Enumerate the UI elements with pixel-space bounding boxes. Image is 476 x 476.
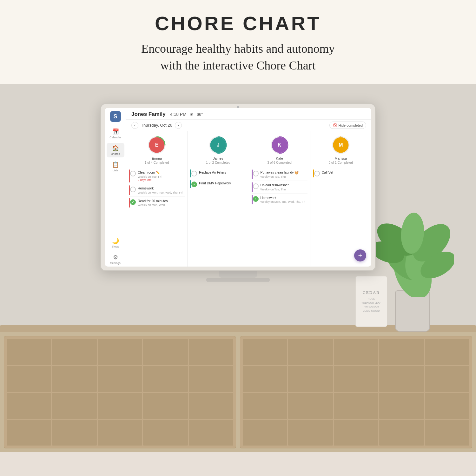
svg-point-14 <box>333 137 349 153</box>
task-name: Print DMV Paperwork <box>199 181 245 186</box>
sidebar-item-chores[interactable]: 🏠 Chores <box>107 143 124 157</box>
task-item: Homework Weekly on Mon, Tue, Wed, Thu, F… <box>129 184 185 197</box>
task-sub: Weekly on Tue, Thu <box>261 175 306 178</box>
task-name: Unload dishwasher <box>261 183 306 188</box>
calendar-icon: 📅 <box>112 128 119 135</box>
monitor-screen: S 📅 Calendar 🏠 Chores 📋 Lists <box>105 108 371 267</box>
dresser-doors <box>0 332 476 452</box>
task-item: Call Vet <box>313 168 369 179</box>
task-item: Unload dishwasher Weekly on Tue, Thu <box>252 181 307 194</box>
task-late: 2 days late <box>138 178 183 182</box>
person-progress-emma: 1 of 4 Completed <box>145 161 169 164</box>
prev-date-button[interactable]: ‹ <box>131 122 138 129</box>
person-progress-james: 1 of 2 Completed <box>206 161 230 164</box>
sidebar-label-settings: Settings <box>110 261 121 265</box>
task-sub: Weekly on Mon, Tue, Wed, Thu, Fri <box>138 191 183 194</box>
next-date-button[interactable]: › <box>175 122 182 129</box>
monitor-frame: S 📅 Calendar 🏠 Chores 📋 Lists <box>100 103 376 271</box>
sidebar-label-sleep: Sleep <box>112 245 119 248</box>
progress-ring-kate <box>270 136 289 155</box>
task-item: ✓ Homework Weekly on Mon, Tue, Wed, Thu,… <box>252 194 307 206</box>
task-bar <box>252 169 253 179</box>
task-info: Replace Air Filters <box>199 170 245 175</box>
task-list-emma: Clean room ✏️ Weekly on Tue, Fri 2 days … <box>126 167 187 267</box>
sleep-icon: 🌙 <box>112 237 119 244</box>
promo-banner: CHORE CHART Encourage healthy habits and… <box>0 0 476 84</box>
task-name: Put away clean laundy 🧺 <box>261 170 306 175</box>
task-bar <box>129 198 130 208</box>
person-progress-kate: 3 of 6 Completed <box>268 161 292 164</box>
task-name: Replace Air Filters <box>199 170 245 175</box>
progress-ring-marissa <box>331 136 350 155</box>
cards-area: E Emma 1 of 4 Completed Clean room ✏️ <box>126 131 371 267</box>
task-checkbox[interactable] <box>130 171 136 176</box>
task-name: Clean room ✏️ <box>138 170 183 175</box>
add-chore-fab[interactable]: + <box>354 249 366 261</box>
sidebar-item-sleep[interactable]: 🌙 Sleep <box>107 235 124 250</box>
promo-title: CHORE CHART <box>25 12 451 35</box>
person-name-james: James <box>213 156 223 160</box>
task-bar <box>252 195 253 205</box>
task-info: Call Vet <box>322 170 367 175</box>
task-checkbox[interactable] <box>191 171 197 176</box>
sidebar-item-lists[interactable]: 📋 Lists <box>107 159 124 174</box>
eye-slash-icon: 🚫 <box>333 123 337 127</box>
task-sub: Weekly on Mon, Wed, <box>138 203 183 207</box>
dresser-door-right <box>240 336 472 448</box>
weather-icon: ☀ <box>190 112 194 117</box>
temperature: 66° <box>197 112 203 117</box>
task-bar <box>129 169 130 182</box>
task-checkbox[interactable] <box>253 171 259 176</box>
date-nav: ‹ Thursday, Oct 26 › 🚫 Hide completed <box>126 120 371 131</box>
sidebar-logo: S <box>110 111 121 122</box>
task-checkbox[interactable]: ✓ <box>191 182 197 187</box>
header-time: 4:18 PM <box>170 112 187 117</box>
chores-icon: 🏠 <box>112 145 119 152</box>
task-item: Replace Air Filters <box>190 168 246 179</box>
person-header-kate: K Kate 3 of 6 Completed <box>249 131 310 167</box>
task-item: Clean room ✏️ Weekly on Tue, Fri 2 days … <box>129 168 185 184</box>
task-item: ✓ Print DMV Paperwork <box>190 179 246 189</box>
task-info: Read for 20 minutes Weekly on Mon, Wed, <box>138 199 183 207</box>
sidebar-item-settings[interactable]: ⚙ Settings <box>107 252 124 267</box>
dresser-door-left <box>4 336 236 448</box>
sidebar-item-calendar[interactable]: 📅 Calendar <box>107 126 124 141</box>
task-bar <box>190 180 191 188</box>
person-card-emma: E Emma 1 of 4 Completed Clean room ✏️ <box>126 131 188 267</box>
person-header-emma: E Emma 1 of 4 Completed <box>126 131 187 167</box>
family-name: Jones Family <box>131 111 166 117</box>
task-checkbox[interactable]: ✓ <box>253 196 259 202</box>
person-progress-marissa: 0 of 1 Completed <box>329 161 353 164</box>
task-bar <box>252 182 253 192</box>
current-date: Thursday, Oct 26 <box>141 123 172 128</box>
app-main: Jones Family 4:18 PM ☀ 66° ‹ Thursday, O… <box>126 108 371 267</box>
sidebar-label-calendar: Calendar <box>109 136 121 139</box>
progress-ring-james <box>208 136 228 155</box>
sidebar-label-chores: Chores <box>111 152 120 155</box>
task-checkbox[interactable] <box>130 187 136 192</box>
progress-ring-emma <box>147 136 166 155</box>
scene: Cedar ROSETOBACCO LEAFFIR BALSAMCEDARWOO… <box>0 84 476 452</box>
task-checkbox[interactable] <box>253 183 259 189</box>
task-checkbox[interactable]: ✓ <box>130 199 136 205</box>
task-info: Unload dishwasher Weekly on Tue, Thu <box>261 183 306 191</box>
settings-icon: ⚙ <box>113 254 118 261</box>
task-checkbox[interactable] <box>314 171 320 176</box>
task-sub: Weekly on Mon, Tue, Wed, Thu, Fri <box>261 200 306 203</box>
task-sub: Weekly on Tue, Thu <box>261 188 306 191</box>
sidebar-label-lists: Lists <box>112 169 118 172</box>
monitor-base <box>206 278 270 282</box>
dresser <box>0 325 476 452</box>
app-sidebar: S 📅 Calendar 🏠 Chores 📋 Lists <box>105 108 126 267</box>
task-name: Read for 20 minutes <box>138 199 183 203</box>
task-item: ✓ Read for 20 minutes Weekly on Mon, Wed… <box>129 197 185 209</box>
monitor-stand <box>219 271 257 278</box>
person-name-marissa: Marissa <box>335 156 347 160</box>
task-list-james: Replace Air Filters ✓ Print DMV Paperwor… <box>188 167 248 267</box>
person-card-james: J James 1 of 2 Completed Replace Air <box>188 131 249 267</box>
task-bar <box>313 169 314 177</box>
person-name-kate: Kate <box>276 156 283 160</box>
task-info: Put away clean laundy 🧺 Weekly on Tue, T… <box>261 170 306 178</box>
candle-label: Cedar <box>363 290 380 295</box>
hide-completed-button[interactable]: 🚫 Hide completed <box>329 122 366 129</box>
